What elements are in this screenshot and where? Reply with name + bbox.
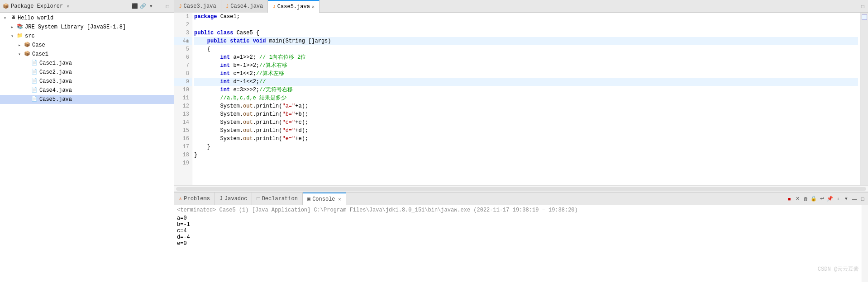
console-output-b: b=-1 bbox=[177, 221, 859, 228]
code-line-2 bbox=[194, 21, 858, 29]
code-line-16: System.out.println("e="+e); bbox=[194, 135, 858, 143]
tree-arrow-empty-2 bbox=[25, 70, 31, 75]
code-line-3: public class Case5 { bbox=[194, 29, 858, 37]
tab-console[interactable]: ▣ Console ✕ bbox=[303, 193, 346, 205]
tab-case4[interactable]: J Case4.java bbox=[221, 0, 268, 13]
bottom-panel: ⚠ Problems J Javadoc □ Declaration ▣ bbox=[174, 192, 868, 282]
line-num-11: 11 bbox=[174, 94, 192, 102]
code-line-11: //a,b,c,d,e 结果是多少 bbox=[194, 94, 858, 102]
editor-minimize-btn[interactable]: — bbox=[851, 3, 858, 10]
maximize-panel-button[interactable]: □ bbox=[164, 3, 171, 10]
code-line-12: System.out.println("a="+a); bbox=[194, 102, 858, 110]
tab-close-console[interactable]: ✕ bbox=[339, 197, 341, 202]
tree-item-case3-java[interactable]: 📄 Case3.java bbox=[0, 77, 174, 86]
code-line-15: System.out.println("d="+d); bbox=[194, 127, 858, 135]
console-scrollbar[interactable] bbox=[862, 205, 868, 282]
console-area: <terminated> Case5 (1) [Java Application… bbox=[174, 205, 862, 282]
tab-label-case4: Case4.java bbox=[230, 3, 263, 9]
tree-arrow-case1: ▾ bbox=[18, 52, 24, 57]
tree-arrow-jre: ▸ bbox=[11, 24, 16, 30]
line-numbers: 1 2 3 4◉ 5 6 7 8 9 10 11 12 13 14 bbox=[174, 13, 192, 185]
main-area: 📦 Package Explorer ✕ ⬛ 🔗 ▾ — □ ▾ 🖥 Hello… bbox=[0, 0, 868, 282]
line-num-2: 2 bbox=[174, 21, 192, 29]
remove-launch-btn[interactable]: ✕ bbox=[794, 195, 801, 202]
tab-problems[interactable]: ⚠ Problems bbox=[174, 193, 215, 205]
tree-label-case: Case bbox=[32, 42, 45, 48]
tree-arrow-hello-world: ▾ bbox=[4, 15, 9, 21]
jre-icon: 📚 bbox=[16, 24, 24, 31]
line-num-4: 4◉ bbox=[174, 37, 192, 45]
project-icon: 🖥 bbox=[9, 14, 16, 22]
code-line-6: int a=1>>2; // 1向右位移 2位 bbox=[194, 53, 858, 61]
tree-item-hello-world[interactable]: ▾ 🖥 Hello world bbox=[0, 14, 174, 23]
tab-case3[interactable]: J Case3.java bbox=[174, 0, 221, 13]
tab-close-case5[interactable]: ✕ bbox=[312, 4, 315, 9]
tree-label-case1-java: Case1.java bbox=[39, 60, 72, 66]
console-terminated: <terminated> Case5 (1) [Java Application… bbox=[177, 207, 859, 213]
code-line-10: int e=3>>>2;//无符号右移 bbox=[194, 86, 858, 94]
java-file-icon-4: 📄 bbox=[31, 87, 38, 94]
collapse-all-button[interactable]: ⬛ bbox=[131, 3, 138, 10]
word-wrap-btn[interactable]: ↩ bbox=[818, 195, 825, 202]
line-num-12: 12 bbox=[174, 102, 192, 110]
terminate-btn[interactable]: ■ bbox=[786, 195, 793, 202]
editor-maximize-btn[interactable]: □ bbox=[859, 3, 866, 10]
new-console-btn[interactable]: + bbox=[835, 195, 842, 202]
line-num-5: 5 bbox=[174, 45, 192, 53]
left-panel: 📦 Package Explorer ✕ ⬛ 🔗 ▾ — □ ▾ 🖥 Hello… bbox=[0, 0, 174, 282]
console-toolbar: ■ ✕ 🗑 🔒 ↩ 📌 + ▾ — □ bbox=[786, 195, 868, 202]
panel-title: 📦 Package Explorer ✕ bbox=[3, 3, 69, 9]
clear-console-btn[interactable]: 🗑 bbox=[802, 195, 809, 202]
panel-actions: ⬛ 🔗 ▾ — □ bbox=[131, 3, 171, 10]
tab-javadoc[interactable]: J Javadoc bbox=[215, 193, 253, 205]
line-num-19: 19 bbox=[174, 159, 192, 167]
editor-area: 1 2 3 4◉ 5 6 7 8 9 10 11 12 13 14 bbox=[174, 13, 868, 192]
minimize-panel-button[interactable]: — bbox=[156, 3, 163, 10]
tab-icon-case3: J bbox=[179, 4, 182, 9]
pkg-case-icon: 📦 bbox=[24, 42, 31, 49]
code-area[interactable]: package Case1; public class Case5 { publ… bbox=[192, 13, 860, 185]
overview-ruler-btn[interactable] bbox=[862, 14, 867, 20]
line-num-14: 14 bbox=[174, 118, 192, 127]
code-line-5: { bbox=[194, 45, 858, 53]
console-maximize-btn[interactable]: □ bbox=[859, 195, 866, 202]
scroll-lock-btn[interactable]: 🔒 bbox=[810, 195, 817, 202]
code-line-14: System.out.println("c="+c); bbox=[194, 118, 858, 127]
tab-case5[interactable]: J Case5.java ✕ bbox=[268, 0, 320, 13]
link-editor-button[interactable]: 🔗 bbox=[139, 3, 147, 10]
tree-item-case1[interactable]: ▾ 📦 Case1 bbox=[0, 50, 174, 59]
console-menu-btn[interactable]: ▾ bbox=[843, 195, 850, 202]
console-row: <terminated> Case5 (1) [Java Application… bbox=[174, 205, 868, 282]
tree-item-src[interactable]: ▾ 📁 src bbox=[0, 32, 174, 41]
console-output-e: e=0 bbox=[177, 240, 859, 247]
tree-arrow-empty-5 bbox=[25, 97, 31, 102]
tree-item-case[interactable]: ▸ 📦 Case bbox=[0, 41, 174, 50]
tab-declaration[interactable]: □ Declaration bbox=[252, 193, 302, 205]
tab-label-case5: Case5.java bbox=[277, 4, 310, 10]
editor-scroll-wrapper: 1 2 3 4◉ 5 6 7 8 9 10 11 12 13 14 bbox=[174, 13, 868, 185]
java-file-icon-5: 📄 bbox=[31, 96, 38, 103]
line-num-9: 9 bbox=[174, 78, 192, 86]
horizontal-scrollbar[interactable] bbox=[174, 185, 868, 192]
line-num-18: 18 bbox=[174, 151, 192, 159]
tree-item-case5-java[interactable]: 📄 Case5.java bbox=[0, 95, 174, 104]
line-num-16: 16 bbox=[174, 135, 192, 143]
package-explorer-header: 📦 Package Explorer ✕ ⬛ 🔗 ▾ — □ bbox=[0, 0, 174, 13]
tab-label-console: Console bbox=[312, 196, 335, 202]
pin-console-btn[interactable]: 📌 bbox=[826, 195, 834, 202]
java-file-icon-3: 📄 bbox=[31, 78, 38, 85]
tree-item-case2-java[interactable]: 📄 Case2.java bbox=[0, 68, 174, 77]
line-num-8: 8 bbox=[174, 70, 192, 78]
panel-title-label: Package Explorer bbox=[11, 3, 63, 9]
java-file-icon-1: 📄 bbox=[31, 60, 38, 67]
tree-arrow-case: ▸ bbox=[18, 42, 24, 48]
line-num-6: 6 bbox=[174, 53, 192, 61]
tree-item-jre[interactable]: ▸ 📚 JRE System Library [JavaSE-1.8] bbox=[0, 23, 174, 32]
problems-icon: ⚠ bbox=[179, 195, 182, 202]
tree-item-case1-java[interactable]: 📄 Case1.java bbox=[0, 59, 174, 68]
tree-item-case4-java[interactable]: 📄 Case4.java bbox=[0, 86, 174, 95]
console-minimize-btn[interactable]: — bbox=[851, 195, 858, 202]
code-line-17: } bbox=[194, 143, 858, 151]
panel-menu-button[interactable]: ▾ bbox=[148, 3, 155, 10]
code-line-19 bbox=[194, 159, 858, 167]
